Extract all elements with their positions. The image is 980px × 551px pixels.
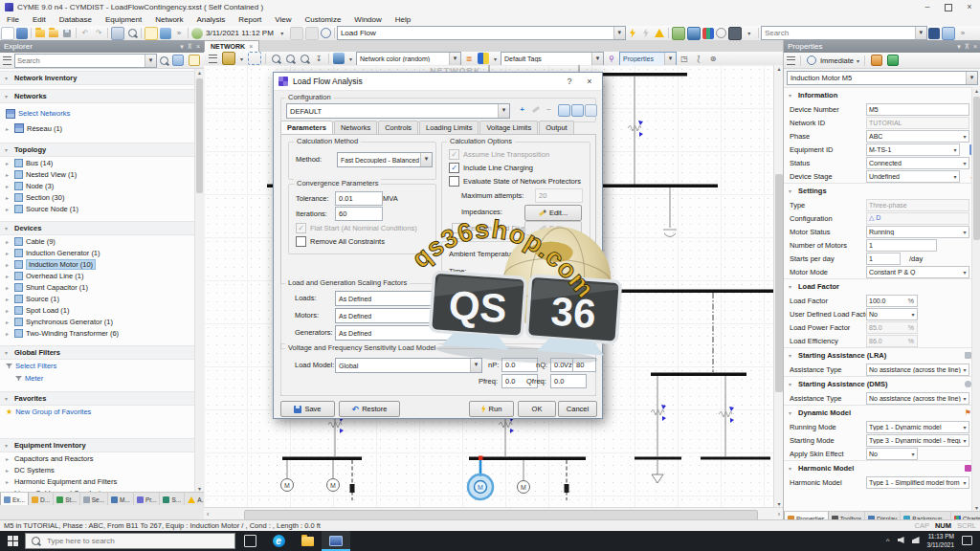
status-select[interactable]: Connected▾ xyxy=(866,157,969,169)
phase-select[interactable]: ABC▾ xyxy=(866,130,969,143)
scroll-right-icon[interactable]: › xyxy=(778,509,780,519)
load-factor-field[interactable]: 100.0% xyxy=(866,295,918,307)
menu-equipment[interactable]: Equipment xyxy=(99,14,148,26)
device-stage-select[interactable]: Undefined▾ xyxy=(866,170,960,183)
tree-item-two-winding-transformer[interactable]: ▸Two-Winding Transformer (6) xyxy=(0,327,204,339)
find-device-icon[interactable] xyxy=(942,27,955,40)
starting-mode-select[interactable]: Type 3 - Dynamic model - frequency...▾ xyxy=(866,434,969,447)
legend-icon[interactable]: ≣ xyxy=(463,53,475,64)
tree-item-reseau[interactable]: ▸Réseau (1) xyxy=(0,122,204,134)
bus-bar[interactable] xyxy=(282,457,362,461)
evaluate-network-protectors-checkbox[interactable]: Evaluate State of Network Protectors xyxy=(449,176,581,187)
starts-per-day-field[interactable]: 1 xyxy=(866,253,901,265)
section-load-factor[interactable]: ▾Load Factor xyxy=(784,278,980,294)
menu-analysis[interactable]: Analysis xyxy=(190,14,233,26)
tab-controls[interactable]: Controls xyxy=(378,121,418,134)
toolbar-overflow-icon[interactable]: » xyxy=(957,28,969,39)
zoom-out-icon[interactable] xyxy=(284,53,296,64)
tab-states[interactable]: St... xyxy=(54,493,80,505)
tab-details[interactable]: D... xyxy=(29,493,54,505)
motor-symbol[interactable] xyxy=(281,479,294,492)
properties-mode-button[interactable]: Properties ▾ xyxy=(619,52,677,66)
run-button[interactable]: Run xyxy=(469,401,514,417)
doc-tab-network[interactable]: NETWORK × xyxy=(204,40,259,52)
toolbar-overflow-icon[interactable]: » xyxy=(173,28,185,39)
method-combo[interactable]: Fast Decoupled - Balanced ▾ xyxy=(337,152,433,167)
scroll-left-icon[interactable]: ‹ xyxy=(207,509,209,519)
rerun-analysis-icon[interactable] xyxy=(640,28,652,39)
print-preview-icon[interactable] xyxy=(126,28,138,39)
transformer-symbol[interactable] xyxy=(628,121,643,137)
new-group-favorites-link[interactable]: ★New Group of Favorites xyxy=(0,406,204,418)
tab-project[interactable]: Pr... xyxy=(134,493,161,505)
bar-chart-icon[interactable] xyxy=(702,28,714,39)
section-settings[interactable]: ▾Settings xyxy=(784,183,980,198)
ground-symbol[interactable] xyxy=(652,474,663,483)
save-icon[interactable] xyxy=(61,28,73,39)
tree-item-source-node[interactable]: ▸Source Node (1) xyxy=(0,203,204,214)
shunt-capacitor-symbol[interactable] xyxy=(663,230,677,237)
tab-networks[interactable]: Networks xyxy=(334,121,377,134)
network-icon[interactable] xyxy=(912,537,920,545)
explorer-scrollbar[interactable]: ▴ ▾ xyxy=(194,69,204,492)
overlap-icon[interactable]: ↧ xyxy=(313,53,324,64)
menu-report[interactable]: Report xyxy=(232,14,268,26)
tab-simulation[interactable]: S... xyxy=(160,493,185,505)
dialog-title-bar[interactable]: Load Flow Analysis ? × xyxy=(274,73,602,91)
explorer-search-input[interactable] xyxy=(15,56,145,65)
date-time-selector[interactable]: 3/11/2021 11:12 PM xyxy=(204,29,276,37)
calendar-clock-icon[interactable] xyxy=(191,28,203,39)
user-defined-load-factors-select[interactable]: No▾ xyxy=(866,308,918,320)
undo-icon[interactable]: ↶ xyxy=(79,28,91,39)
tab-alerts[interactable]: A... xyxy=(185,493,204,505)
snapshot-icon[interactable] xyxy=(290,27,303,40)
volume-icon[interactable] xyxy=(898,537,904,545)
tree-item-section[interactable]: ▸Section (30) xyxy=(0,191,204,203)
menu-database[interactable]: Database xyxy=(53,14,99,26)
redo-icon[interactable]: ↷ xyxy=(93,28,104,39)
new-document-icon[interactable] xyxy=(1,27,14,40)
scrollbar-thumb[interactable] xyxy=(775,174,783,392)
tree-item-dc-systems[interactable]: ▸DC Systems xyxy=(0,464,204,475)
scroll-down-icon[interactable]: ▾ xyxy=(195,485,204,492)
tree-item-capacitors-reactors[interactable]: ▸Capacitors and Reactors xyxy=(0,452,204,464)
binoculars-icon[interactable] xyxy=(928,28,940,39)
monitor-results-icon[interactable] xyxy=(687,27,701,40)
doc-tab-close-icon[interactable]: × xyxy=(249,43,253,50)
report-warning-icon[interactable] xyxy=(145,27,158,40)
ambient-temperature-field[interactable]: 77.0 xyxy=(535,247,579,261)
include-line-charging-checkbox[interactable]: Include Line Charging xyxy=(449,163,533,173)
select-filters-link[interactable]: Select Filters xyxy=(0,360,204,372)
notification-center-icon[interactable] xyxy=(962,536,972,547)
motors-scaling-combo[interactable]: As Defined▾ xyxy=(335,308,482,323)
tree-item-lines-cables[interactable]: ▸Lines, Cables and Conductors xyxy=(0,487,204,492)
tab-search[interactable]: Se... xyxy=(80,493,108,505)
chevron-down-icon[interactable]: ▾ xyxy=(613,27,625,39)
network-color-combo[interactable]: Network color (random) ▾ xyxy=(356,52,461,66)
section-topology[interactable]: ▾Topology xyxy=(0,143,204,157)
scroll-down-icon[interactable]: ▾ xyxy=(972,504,980,511)
date-dropdown-icon[interactable]: ▾ xyxy=(277,28,288,39)
equipment-id-select[interactable]: M-TS-1▾ xyxy=(866,143,960,156)
results-picture-icon[interactable] xyxy=(672,27,685,40)
chevron-down-icon[interactable]: ▾ xyxy=(966,72,977,84)
edge-browser-icon[interactable]: e xyxy=(264,531,293,551)
comment-panel-icon[interactable] xyxy=(160,28,171,39)
chevron-down-icon[interactable]: ▾ xyxy=(498,104,509,118)
tree-item-overhead-line[interactable]: ▸Overhead Line (1) xyxy=(0,270,204,281)
meter-filter-link[interactable]: Meter xyxy=(0,372,204,385)
section-starting-assistance-lra[interactable]: ▾Starting Assistance (LRA) xyxy=(784,347,980,363)
menu-view[interactable]: View xyxy=(268,14,298,26)
motor-mode-select[interactable]: Constant P & Q▾ xyxy=(866,266,969,278)
panel-dropdown-icon[interactable]: ▾ xyxy=(957,43,961,51)
bus-bar[interactable] xyxy=(651,373,746,377)
pin-icon[interactable]: ⊼ xyxy=(965,43,969,51)
breaker-symbol[interactable] xyxy=(350,484,355,493)
close-button[interactable]: × xyxy=(959,1,980,14)
menu-window[interactable]: Window xyxy=(347,14,388,26)
tray-expand-icon[interactable]: ^ xyxy=(886,537,890,545)
chevron-down-icon[interactable]: ▾ xyxy=(238,53,245,64)
load-model-combo[interactable]: Global▾ xyxy=(335,358,482,373)
tree-item-nested-view[interactable]: ▸Nested View (1) xyxy=(0,168,204,180)
explorer-search-combo[interactable]: ▾ xyxy=(14,54,157,68)
